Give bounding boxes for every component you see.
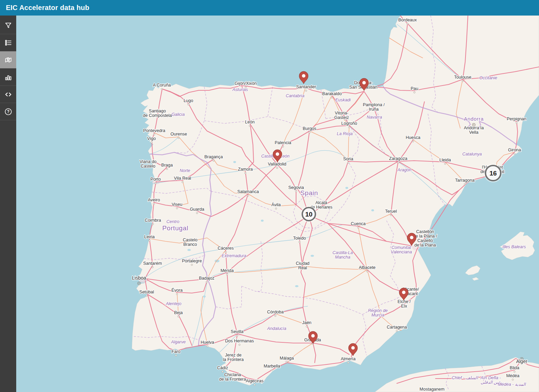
sidebar-charts-button[interactable] (0, 69, 16, 86)
cluster-count: 10 (305, 211, 312, 218)
map-city-label: Lleida (439, 158, 451, 162)
sidebar-list-button[interactable] (0, 34, 16, 51)
map-canvas[interactable]: A CoruñaSantiagode CompostelaPontevedraV… (16, 16, 539, 392)
town-dot (166, 168, 168, 170)
map-city-label: Perpignan (507, 117, 527, 121)
town-dot (295, 191, 297, 192)
map-city-label: Cuenca (351, 221, 365, 226)
map-city-label: Toledo (293, 236, 306, 241)
town-dot (178, 137, 179, 139)
map-city-label: Tarragona (455, 178, 474, 183)
town-dot (462, 80, 463, 82)
map-city-label: Cartagena (387, 325, 407, 330)
map-region-label: Andalucía (267, 326, 286, 331)
map-city-label: A Coruña (153, 83, 171, 88)
list-icon (4, 38, 13, 47)
town-dot (444, 163, 446, 164)
town-dot (254, 384, 255, 385)
town-dot (152, 223, 154, 225)
town-dot (236, 335, 238, 336)
map-city-label: Setúbal (139, 290, 154, 294)
map-city-label: Pontevedra (143, 128, 165, 133)
map-country-label: Andorra (464, 116, 484, 122)
map-region-label: Alentejo (165, 301, 181, 306)
map-city-label: Leiria (144, 234, 155, 239)
town-dot (514, 371, 515, 372)
town-dot (347, 362, 349, 363)
map-region-label: Cantabria (286, 93, 304, 98)
code-icon (4, 90, 13, 99)
town-dot (149, 240, 150, 241)
map-city-label: CasteloBranco (183, 238, 197, 247)
map-city-label: Portalegre (182, 259, 202, 263)
map-city-label: Mostaganem (420, 387, 444, 392)
map-city-label: Marbella (264, 364, 280, 369)
map-city-label: Braga (161, 163, 173, 168)
town-dot (213, 160, 214, 161)
town-dot (161, 88, 163, 90)
sidebar-help-button[interactable]: ? (0, 103, 16, 120)
map-region-label: Euskadi (335, 98, 351, 102)
map-cluster[interactable]: 16 (484, 164, 502, 182)
town-dot (222, 371, 223, 372)
town-dot (514, 153, 515, 154)
map-region-label: Navarra (367, 115, 382, 120)
map-cluster[interactable]: 10 (301, 206, 317, 222)
map-region-label: Chlef - الشلف (452, 375, 478, 380)
town-dot (275, 208, 277, 209)
sidebar: ? (0, 16, 16, 392)
town-dot (306, 326, 307, 327)
map-city-label: Castellónde la Plana /Castellóde la Plan… (413, 229, 437, 248)
map-city-label: Badajoz (199, 276, 214, 281)
map-region-label: Illes Balears (502, 244, 526, 249)
map-city-label: Mérida (220, 268, 234, 273)
sidebar-code-button[interactable] (0, 86, 16, 103)
map-city-label: Lisboa (132, 275, 146, 281)
map-city-label: Toulouse (454, 75, 471, 80)
map-city-label: Ourense (170, 132, 187, 137)
town-dot (464, 183, 466, 185)
map-city-label: Palencia (275, 140, 291, 145)
map-city-label: Viseu (172, 202, 182, 207)
funnel-icon (4, 21, 13, 30)
town-dot (191, 264, 193, 265)
map-city-label: Alger (516, 359, 528, 364)
map-city-label: Aveiro (148, 198, 160, 202)
map-city-label: Huesca (406, 135, 420, 140)
map-city-label: Cáceres (218, 246, 234, 251)
map-city-label: Viana doCastelo (139, 159, 156, 169)
town-dot (178, 316, 179, 317)
map-city-label: Évora (172, 288, 183, 293)
map-city-label: Logroño (341, 121, 357, 126)
map-city-label: Vigo (147, 136, 156, 141)
town-dot (239, 344, 240, 345)
map-city-label: Girona (508, 148, 521, 152)
map-city-label: Cádiz (217, 365, 228, 370)
map-region-label: Galicia (172, 112, 185, 117)
sidebar-map-button[interactable] (0, 51, 16, 69)
city-icon-dot (473, 124, 474, 125)
map-city-label: Huelva (201, 340, 214, 345)
map-city-label: Málaga (280, 356, 294, 361)
town-dot (154, 134, 155, 135)
svg-text:?: ? (7, 109, 9, 114)
town-dot (331, 97, 333, 98)
town-dot (412, 141, 414, 142)
town-dot (182, 181, 183, 183)
town-dot (176, 208, 178, 209)
town-dot (516, 122, 517, 123)
map-city-label: Barakaldo (322, 91, 342, 96)
map-city-label: Córdoba (267, 310, 284, 314)
map-city-label: Zaragoza (389, 156, 408, 161)
help-icon: ? (4, 107, 13, 116)
map-city-label: Lugo (184, 98, 193, 103)
map-region-label: ComunitatValenciana (391, 245, 412, 254)
town-dot (175, 355, 177, 356)
town-dot (226, 274, 228, 275)
sidebar-filter-button[interactable] (0, 17, 16, 34)
map-region-label: Extremadura (222, 253, 246, 258)
town-dot (276, 167, 278, 169)
map-city-label: Jerez dela Frontera (223, 353, 244, 362)
map-city-label: Coimbra (145, 218, 161, 223)
app-header: EIC Accelerator data hub (0, 0, 539, 16)
